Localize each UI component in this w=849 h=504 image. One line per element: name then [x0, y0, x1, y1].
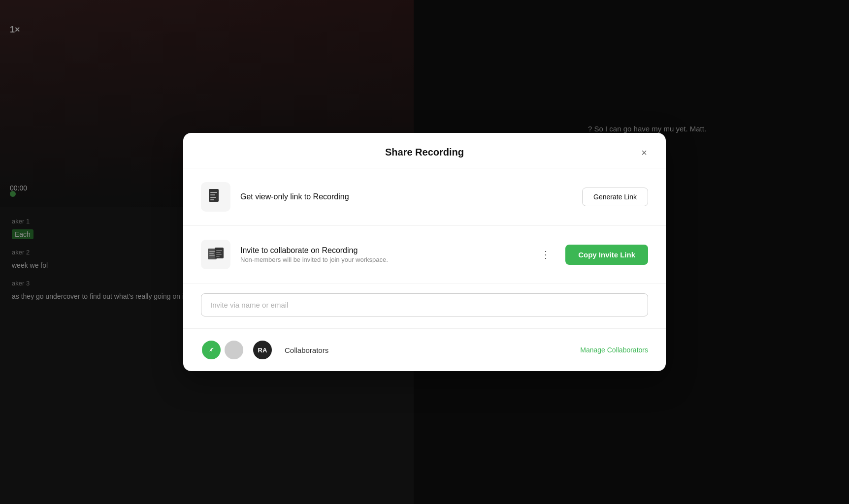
invite-main-text: Invite to collaborate on Recording	[240, 246, 526, 255]
svg-rect-3	[210, 197, 216, 198]
view-only-section: Get view-only link to Recording Generate…	[183, 168, 666, 226]
modal-body: Get view-only link to Recording Generate…	[183, 168, 666, 371]
svg-rect-4	[210, 199, 214, 200]
close-button[interactable]: ×	[636, 145, 652, 160]
collaborator-avatar-green	[201, 340, 222, 360]
svg-rect-7	[209, 253, 214, 254]
svg-rect-6	[209, 251, 215, 252]
svg-rect-11	[216, 252, 221, 253]
modal-backdrop: Share Recording × Get view-only l	[0, 0, 849, 504]
recording-icon-box	[201, 182, 230, 212]
collaborator-avatars	[201, 340, 244, 360]
invite-input[interactable]	[201, 293, 648, 316]
invite-section: Invite to collaborate on Recording Non-m…	[183, 226, 666, 284]
svg-rect-9	[215, 248, 224, 258]
collaborate-icon	[207, 246, 225, 263]
svg-rect-13	[216, 256, 220, 257]
copy-invite-link-button[interactable]: Copy Invite Link	[565, 245, 648, 265]
view-only-main-text: Get view-only link to Recording	[240, 192, 572, 201]
collaborate-icon-box	[201, 240, 230, 269]
modal-title: Share Recording	[385, 147, 464, 158]
user-initials: RA	[258, 346, 267, 354]
invite-input-row	[183, 284, 666, 329]
svg-rect-8	[209, 255, 215, 256]
manage-collaborators-link[interactable]: Manage Collaborators	[580, 346, 648, 354]
svg-rect-10	[216, 250, 222, 251]
view-only-text-block: Get view-only link to Recording	[240, 192, 572, 201]
collaborators-row: RA Collaborators Manage Collaborators	[183, 329, 666, 371]
share-recording-modal: Share Recording × Get view-only l	[183, 133, 666, 371]
user-avatar: RA	[252, 340, 273, 360]
collaborators-label: Collaborators	[285, 346, 328, 354]
generate-link-button[interactable]: Generate Link	[582, 188, 648, 206]
invite-sub-text: Non-members will be invited to join your…	[240, 256, 526, 263]
green-avatar-icon	[206, 345, 217, 355]
svg-rect-1	[210, 192, 217, 193]
invite-text-block: Invite to collaborate on Recording Non-m…	[240, 246, 526, 263]
svg-rect-2	[210, 194, 215, 195]
svg-rect-12	[216, 254, 222, 255]
collaborator-avatar-gray	[224, 340, 244, 360]
modal-header: Share Recording ×	[183, 133, 666, 168]
recording-icon	[207, 188, 225, 206]
more-options-button[interactable]: ⋮	[536, 246, 555, 263]
